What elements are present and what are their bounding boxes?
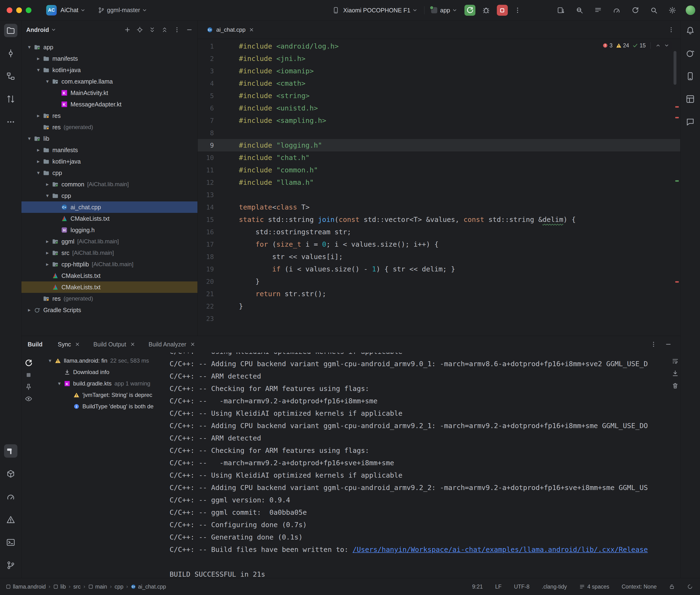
code-line-9[interactable]: 9#include "logging.h" <box>198 139 680 151</box>
inspections-widget[interactable]: 3 24 15 <box>600 41 672 50</box>
close-window-button[interactable] <box>7 7 12 13</box>
tree-item-gradle-scripts[interactable]: ▸Gradle Scripts <box>22 304 197 316</box>
device-manager-tool-button[interactable] <box>683 69 697 83</box>
build-tool-button[interactable] <box>4 444 18 458</box>
minimize-panel-icon[interactable] <box>665 341 672 348</box>
tree-item-common[interactable]: ▸common[AiChat.lib.main] <box>22 178 197 190</box>
line-number[interactable]: 13 <box>198 191 239 199</box>
project-selector[interactable]: AiChat <box>57 7 85 13</box>
tree-item-res[interactable]: ▸res <box>22 110 197 121</box>
code-line-10[interactable]: 10#include "chat.h" <box>198 151 680 164</box>
line-number[interactable]: 23 <box>198 315 239 322</box>
commit-tool-button[interactable] <box>4 47 18 60</box>
tree-item-ai-chat-cpp[interactable]: C+ai_chat.cpp <box>22 201 197 213</box>
line-number[interactable]: 16 <box>198 228 239 236</box>
editor-scrollbar[interactable] <box>674 51 676 85</box>
line-number[interactable]: 14 <box>198 204 239 211</box>
chevron-down-icon[interactable]: ▾ <box>43 193 52 199</box>
soft-wrap-icon[interactable] <box>672 358 679 365</box>
rerun-icon[interactable] <box>25 359 32 367</box>
code-editor[interactable]: 1#include <android/log.h>2#include <jni.… <box>198 39 680 325</box>
zoom-window-button[interactable] <box>26 7 31 13</box>
gradle-tool-button[interactable] <box>683 47 697 60</box>
chevron-right-icon[interactable]: ▸ <box>43 250 52 256</box>
pin-icon[interactable] <box>25 383 32 391</box>
terminal-tool-button[interactable] <box>4 536 18 549</box>
breadcrumb-item-llama-android[interactable]: llama.android <box>6 584 46 590</box>
user-avatar[interactable] <box>686 5 695 15</box>
line-number[interactable]: 19 <box>198 265 239 273</box>
chevron-down-icon[interactable]: ▾ <box>34 67 43 73</box>
cursor-position-widget[interactable]: 9:21 <box>472 584 483 590</box>
line-number[interactable]: 20 <box>198 278 239 285</box>
problems-tool-button[interactable] <box>4 513 18 526</box>
code-inspection-icon[interactable] <box>576 6 583 14</box>
code-line-11[interactable]: 11#include "common.h" <box>198 164 680 176</box>
error-stripe-mark[interactable] <box>675 117 679 118</box>
code-line-21[interactable]: 21 return str.str(); <box>198 288 680 300</box>
settings-icon[interactable] <box>669 6 676 14</box>
build-tree-item[interactable]: ▾Kbuild.gradle.ktsapp 1 warning <box>40 378 169 389</box>
build-tree-item[interactable]: ▾llama.android: fin22 sec, 583 ms <box>40 355 169 366</box>
profiler-tool-button[interactable] <box>4 490 18 503</box>
project-view-selector[interactable]: Android <box>26 26 49 33</box>
more-actions-button[interactable] <box>514 7 521 14</box>
chevron-right-icon[interactable]: ▸ <box>43 181 52 188</box>
line-number[interactable]: 5 <box>198 92 239 100</box>
build-tab-sync[interactable]: Sync <box>58 341 80 348</box>
breadcrumb-item-cpp[interactable]: cpp <box>115 584 123 590</box>
error-stripe-mark[interactable] <box>675 106 679 108</box>
breadcrumb-item-src[interactable]: src <box>73 584 81 590</box>
line-number[interactable]: 22 <box>198 303 239 310</box>
collapse-all-icon[interactable] <box>161 26 168 33</box>
close-tab-icon[interactable] <box>249 27 254 32</box>
chevron-down-icon[interactable]: ▾ <box>34 170 43 176</box>
structure-tool-button[interactable] <box>4 69 18 83</box>
line-number[interactable]: 9 <box>198 142 239 149</box>
line-separator-widget[interactable]: LF <box>495 584 502 590</box>
prev-problem-icon[interactable] <box>655 43 661 48</box>
tree-item-logging-h[interactable]: Hlogging.h <box>22 224 197 236</box>
locate-icon[interactable] <box>137 26 143 33</box>
chevron-right-icon[interactable]: ▸ <box>34 158 43 165</box>
minimize-window-button[interactable] <box>16 7 22 13</box>
line-number[interactable]: 21 <box>198 290 239 298</box>
app-insights-tool-button[interactable] <box>683 115 697 129</box>
chevron-down-icon[interactable]: ▾ <box>45 358 55 364</box>
chevron-right-icon[interactable]: ▸ <box>34 55 43 62</box>
activity-indicator-icon[interactable] <box>687 584 693 590</box>
build-more-icon[interactable] <box>650 341 657 348</box>
inspection-profile-widget[interactable]: .clang-tidy <box>542 584 567 590</box>
expand-all-icon[interactable] <box>149 26 156 33</box>
stop-icon[interactable] <box>25 371 32 379</box>
layout-inspector-tool-button[interactable] <box>683 92 697 106</box>
branch-selector[interactable]: ggml-master <box>98 7 147 13</box>
line-number[interactable]: 4 <box>198 80 239 87</box>
code-line-7[interactable]: 7#include <sampling.h> <box>198 114 680 127</box>
logcat-icon[interactable] <box>594 6 602 14</box>
run-config-selector[interactable]: app <box>431 7 457 14</box>
run-button[interactable] <box>465 5 475 16</box>
chevron-down-icon[interactable]: ▾ <box>43 78 52 85</box>
tree-item-kotlin-java[interactable]: ▾kotlin+java <box>22 64 197 76</box>
line-number[interactable]: 11 <box>198 166 239 174</box>
device-mirror-icon[interactable] <box>557 6 565 14</box>
build-panel-title[interactable]: Build <box>28 341 43 348</box>
code-line-12[interactable]: 12#include "llama.h" <box>198 176 680 189</box>
build-tab-build-analyzer[interactable]: Build Analyzer <box>149 341 195 348</box>
code-line-20[interactable]: 20 } <box>198 275 680 288</box>
chevron-right-icon[interactable]: ▸ <box>43 238 52 245</box>
build-tree-item[interactable]: Download info <box>40 366 169 378</box>
chevron-down-icon[interactable]: ▾ <box>25 136 34 142</box>
code-line-6[interactable]: 6#include <unistd.h> <box>198 102 680 114</box>
chevron-down-icon[interactable]: ▾ <box>25 44 34 50</box>
tree-item-res[interactable]: res(generated) <box>22 121 197 133</box>
scroll-to-end-icon[interactable] <box>672 370 679 377</box>
tree-item-cmakelists-txt[interactable]: CMakeLists.txt <box>22 213 197 224</box>
code-line-23[interactable]: 23 <box>198 312 680 325</box>
build-output-link[interactable]: /Users/hanyin/Workspace/ai-chat/examples… <box>353 545 648 554</box>
code-line-19[interactable]: 19 if (i < values.size() - 1) { str << d… <box>198 263 680 275</box>
code-line-4[interactable]: 4#include <cmath> <box>198 77 680 89</box>
search-everywhere-icon[interactable] <box>650 6 657 14</box>
tree-item-src[interactable]: ▸src[AiChat.lib.main] <box>22 247 197 259</box>
